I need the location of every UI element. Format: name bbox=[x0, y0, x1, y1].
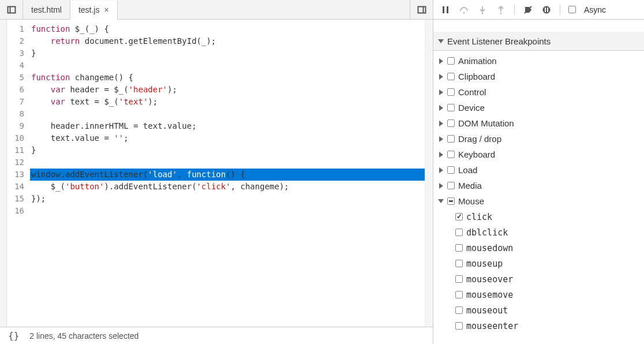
line-number[interactable]: 12 bbox=[7, 156, 30, 169]
checkbox[interactable] bbox=[455, 229, 463, 236]
line-number[interactable]: 6 bbox=[7, 84, 30, 96]
scrollbar-vertical[interactable] bbox=[425, 20, 433, 327]
checkbox[interactable] bbox=[447, 135, 455, 143]
chevron-right-icon[interactable] bbox=[439, 136, 443, 142]
checkbox[interactable] bbox=[447, 104, 455, 111]
line-number[interactable]: 9 bbox=[7, 120, 30, 132]
checkbox[interactable] bbox=[447, 88, 455, 96]
checkbox[interactable] bbox=[447, 73, 455, 80]
breakpoint-event[interactable]: mouseup bbox=[433, 256, 644, 271]
checkbox[interactable] bbox=[455, 260, 463, 267]
line-number[interactable]: 16 bbox=[7, 205, 30, 217]
code-line[interactable]: var text = $_('text'); bbox=[30, 96, 425, 108]
code-line[interactable] bbox=[30, 59, 425, 72]
chevron-right-icon[interactable] bbox=[439, 89, 443, 95]
tab-test-js[interactable]: test.js × bbox=[70, 1, 118, 20]
breakpoint-event[interactable]: mousedown bbox=[433, 240, 644, 256]
chevron-right-icon[interactable] bbox=[439, 183, 443, 189]
chevron-right-icon[interactable] bbox=[439, 105, 443, 111]
breakpoints-header[interactable]: Event Listener Breakpoints bbox=[433, 32, 644, 51]
breakpoint-category[interactable]: Clipboard bbox=[433, 69, 644, 84]
collapsed-section[interactable] bbox=[433, 20, 644, 32]
checkbox[interactable] bbox=[447, 182, 455, 189]
checkbox[interactable] bbox=[455, 306, 463, 314]
code-line[interactable]: }); bbox=[30, 193, 425, 205]
code-line[interactable]: function changeme() { bbox=[30, 72, 425, 84]
breakpoint-category[interactable]: Device bbox=[433, 100, 644, 115]
pause-icon[interactable] bbox=[440, 5, 451, 15]
breakpoint-event[interactable]: mousemove bbox=[433, 287, 644, 302]
code-line[interactable] bbox=[30, 205, 425, 217]
breakpoint-category[interactable]: Animation bbox=[433, 53, 644, 69]
code-line[interactable]: header.innerHTML = text.value; bbox=[30, 120, 425, 132]
line-number[interactable]: 15 bbox=[7, 193, 30, 205]
breakpoint-event[interactable]: dblclick bbox=[433, 225, 644, 240]
chevron-down-icon[interactable] bbox=[438, 199, 444, 203]
code-line[interactable]: return document.getElementById(_); bbox=[30, 35, 425, 47]
breakpoint-gutter[interactable] bbox=[0, 20, 7, 327]
breakpoint-category[interactable]: Drag / drop bbox=[433, 131, 644, 147]
line-number[interactable]: 14 bbox=[7, 181, 30, 193]
code-editor[interactable]: 12345678910111213141516 function $_(_) {… bbox=[0, 20, 433, 327]
breakpoint-category[interactable]: Mouse bbox=[433, 193, 644, 209]
line-number[interactable]: 10 bbox=[7, 132, 30, 144]
breakpoint-category[interactable]: Load bbox=[433, 162, 644, 178]
checkbox[interactable] bbox=[455, 244, 463, 252]
checkbox[interactable] bbox=[447, 166, 455, 174]
checkbox[interactable] bbox=[447, 151, 455, 158]
chevron-right-icon[interactable] bbox=[439, 58, 443, 64]
checkbox[interactable] bbox=[455, 322, 463, 330]
breakpoint-event[interactable]: mouseout bbox=[433, 302, 644, 318]
toggle-sidebar-icon[interactable] bbox=[0, 0, 23, 19]
chevron-right-icon[interactable] bbox=[439, 121, 443, 126]
code-line[interactable]: } bbox=[30, 144, 425, 156]
checkbox[interactable] bbox=[447, 197, 455, 205]
code-line[interactable] bbox=[30, 108, 425, 120]
breakpoint-event[interactable]: click bbox=[433, 209, 644, 225]
code-line[interactable]: text.value = ''; bbox=[30, 132, 425, 144]
breakpoint-category[interactable]: Media bbox=[433, 178, 644, 193]
checkbox[interactable] bbox=[455, 275, 463, 283]
checkbox[interactable] bbox=[455, 213, 463, 220]
line-number[interactable]: 5 bbox=[7, 72, 30, 84]
pretty-print-icon[interactable]: {} bbox=[8, 330, 19, 341]
code-content[interactable]: function $_(_) { return document.getElem… bbox=[30, 20, 425, 327]
breakpoint-event[interactable]: mouseenter bbox=[433, 318, 644, 334]
breakpoints-tree: AnimationClipboardControlDeviceDOM Mutat… bbox=[433, 51, 644, 344]
chevron-right-icon[interactable] bbox=[439, 152, 443, 158]
step-out-icon[interactable] bbox=[496, 5, 506, 15]
code-line[interactable]: var header = $_('header'); bbox=[30, 84, 425, 96]
line-number[interactable]: 13 bbox=[7, 169, 30, 181]
line-number[interactable]: 7 bbox=[7, 96, 30, 108]
breakpoint-event[interactable]: mouseover bbox=[433, 271, 644, 287]
step-into-icon[interactable] bbox=[477, 5, 488, 15]
breakpoint-category[interactable]: Keyboard bbox=[433, 147, 644, 162]
checkbox[interactable] bbox=[455, 291, 463, 298]
step-over-icon[interactable] bbox=[459, 5, 469, 15]
line-number[interactable]: 11 bbox=[7, 144, 30, 156]
checkbox[interactable] bbox=[447, 119, 455, 127]
line-number[interactable]: 4 bbox=[7, 59, 30, 72]
breakpoint-category[interactable]: DOM Mutation bbox=[433, 115, 644, 131]
toggle-right-sidebar-icon[interactable] bbox=[410, 0, 433, 19]
code-line[interactable]: $_('button').addEventListener('click', c… bbox=[30, 181, 425, 193]
code-line[interactable]: window.addEventListener('load', function… bbox=[30, 169, 425, 181]
close-icon[interactable]: × bbox=[104, 5, 108, 14]
checkbox[interactable] bbox=[447, 57, 455, 65]
line-number[interactable]: 8 bbox=[7, 108, 30, 120]
pause-on-exceptions-icon[interactable] bbox=[541, 5, 552, 15]
breakpoint-category[interactable]: Control bbox=[433, 84, 644, 100]
code-line[interactable]: function $_(_) { bbox=[30, 23, 425, 35]
line-number[interactable]: 1 bbox=[7, 23, 30, 35]
chevron-right-icon[interactable] bbox=[439, 74, 443, 80]
deactivate-breakpoints-icon[interactable] bbox=[523, 5, 533, 15]
category-label: Clipboard bbox=[458, 72, 495, 81]
line-number[interactable]: 3 bbox=[7, 47, 30, 59]
code-line[interactable]: } bbox=[30, 47, 425, 59]
chevron-right-icon[interactable] bbox=[439, 167, 443, 173]
line-number[interactable]: 2 bbox=[7, 35, 30, 47]
async-checkbox[interactable] bbox=[568, 6, 576, 13]
code-line[interactable] bbox=[30, 156, 425, 169]
svg-point-6 bbox=[463, 12, 465, 13]
tab-test-html[interactable]: test.html bbox=[23, 0, 70, 19]
